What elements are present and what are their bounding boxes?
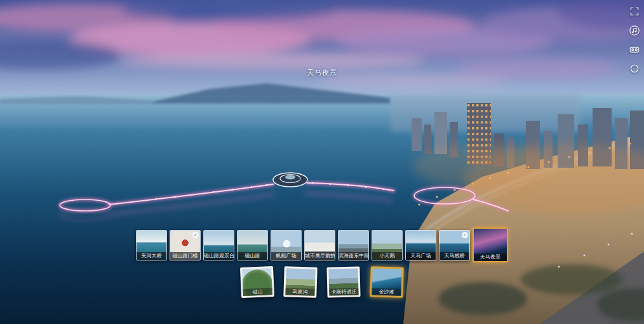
fullscreen-button[interactable]	[627, 5, 641, 19]
thumbnail-label: 天马栈桥	[439, 252, 469, 260]
thumbnail-label: 磁山路	[238, 252, 267, 260]
area-item-selected[interactable]: 金沙滩	[370, 266, 404, 298]
area-label: 磁山	[243, 288, 272, 296]
thumbnail-item[interactable]: ✓ 天马栈桥	[439, 230, 470, 260]
scene-thumbnail-strip: 夹河大桥 ✓ 磁山路门楼 磁山路观景台 磁山路 帆船广场 城市展厅航拍 滨海路东…	[136, 227, 508, 262]
thumbnail-label: 天马广场	[406, 252, 436, 260]
area-item[interactable]: 磁山	[240, 266, 274, 298]
side-toolbar	[627, 5, 641, 76]
thumbnail-item[interactable]: 天马广场	[405, 230, 436, 260]
area-label: 金沙滩	[372, 288, 401, 296]
thumbnail-label: 夹河大桥	[137, 252, 166, 260]
thumbnail-label: 滨海路东中段	[339, 252, 368, 260]
panorama-viewer: 天马夜景	[0, 0, 644, 324]
thumbnail-item[interactable]: 滨海路东中段	[338, 230, 369, 260]
area-item[interactable]: 卡斯特酒庄	[326, 266, 360, 297]
gyroscope-button[interactable]	[627, 62, 641, 76]
area-item[interactable]: 马家沟	[283, 266, 317, 298]
fullscreen-icon	[629, 6, 640, 18]
thumbnail-item[interactable]: 小天鹅	[372, 230, 403, 260]
area-label: 卡斯特酒庄	[329, 288, 358, 295]
scene-title: 天马夜景	[307, 68, 337, 78]
thumbnail-label: 城市展厅航拍	[305, 252, 335, 260]
thumbnail-item-selected[interactable]: 天马夜景	[473, 227, 508, 262]
thumbnail-item[interactable]: ✓ 磁山路门楼	[170, 230, 201, 260]
thumbnail-item[interactable]: 帆船广场	[271, 230, 302, 260]
thumbnail-label: 磁山路门楼	[170, 252, 200, 260]
thumbnail-label: 磁山路观景台	[204, 252, 234, 260]
thumbnail-label: 帆船广场	[271, 252, 301, 260]
thumbnail-label: 小天鹅	[372, 252, 402, 260]
circle-icon	[629, 64, 640, 76]
music-button[interactable]	[627, 24, 641, 38]
thumbnail-item[interactable]: 磁山路观景台	[203, 230, 234, 260]
check-badge-icon: ✓	[462, 232, 468, 238]
area-label: 马家沟	[285, 288, 314, 295]
thumbnail-item[interactable]: 城市展厅航拍	[304, 230, 335, 260]
music-icon	[629, 25, 640, 38]
thumbnail-item[interactable]: 磁山路	[237, 230, 268, 260]
vr-goggles-icon	[629, 44, 640, 57]
check-badge-icon: ✓	[192, 232, 199, 238]
area-thumbnail-strip: 磁山 马家沟 卡斯特酒庄 金沙滩	[241, 267, 403, 297]
vr-button[interactable]	[627, 43, 641, 57]
thumbnail-item[interactable]: 夹河大桥	[136, 230, 167, 260]
thumbnail-label: 天马夜景	[474, 253, 507, 261]
